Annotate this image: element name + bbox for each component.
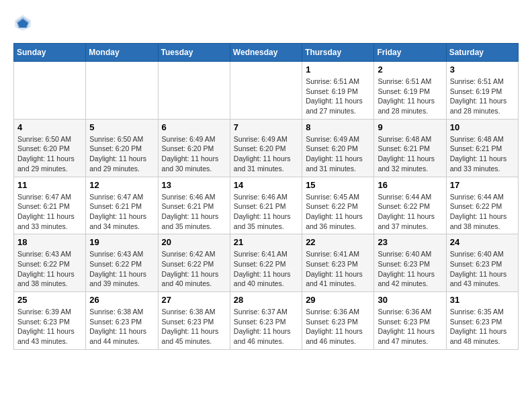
- logo-icon: [13, 13, 32, 32]
- day-info: Sunrise: 6:46 AM Sunset: 6:21 PM Dayligh…: [162, 192, 226, 232]
- day-cell: 28Sunrise: 6:37 AM Sunset: 6:23 PM Dayli…: [230, 292, 302, 350]
- day-number: 17: [450, 180, 515, 190]
- day-cell: 6Sunrise: 6:49 AM Sunset: 6:20 PM Daylig…: [158, 119, 230, 177]
- day-info: Sunrise: 6:48 AM Sunset: 6:21 PM Dayligh…: [450, 134, 515, 174]
- day-cell: [14, 62, 86, 120]
- day-cell: 10Sunrise: 6:48 AM Sunset: 6:21 PM Dayli…: [446, 119, 518, 177]
- day-info: Sunrise: 6:35 AM Sunset: 6:23 PM Dayligh…: [450, 307, 515, 347]
- week-row-5: 25Sunrise: 6:39 AM Sunset: 6:23 PM Dayli…: [14, 292, 519, 350]
- day-info: Sunrise: 6:41 AM Sunset: 6:23 PM Dayligh…: [306, 249, 370, 289]
- day-cell: 22Sunrise: 6:41 AM Sunset: 6:23 PM Dayli…: [302, 234, 374, 292]
- day-info: Sunrise: 6:48 AM Sunset: 6:21 PM Dayligh…: [378, 134, 442, 174]
- day-number: 3: [450, 64, 515, 75]
- day-number: 6: [162, 122, 226, 132]
- weekday-header-wednesday: Wednesday: [230, 44, 302, 62]
- weekday-header-sunday: Sunday: [14, 44, 86, 62]
- day-number: 21: [234, 237, 298, 247]
- day-cell: 21Sunrise: 6:41 AM Sunset: 6:22 PM Dayli…: [230, 234, 302, 292]
- day-info: Sunrise: 6:39 AM Sunset: 6:23 PM Dayligh…: [17, 307, 82, 347]
- day-number: 2: [378, 64, 442, 75]
- logo: [13, 13, 35, 32]
- day-number: 11: [17, 180, 82, 190]
- day-info: Sunrise: 6:51 AM Sunset: 6:19 PM Dayligh…: [450, 77, 515, 116]
- page-header: [13, 13, 519, 32]
- day-cell: 24Sunrise: 6:40 AM Sunset: 6:23 PM Dayli…: [446, 234, 518, 292]
- day-info: Sunrise: 6:51 AM Sunset: 6:19 PM Dayligh…: [306, 77, 370, 116]
- day-cell: 17Sunrise: 6:44 AM Sunset: 6:22 PM Dayli…: [446, 177, 518, 234]
- day-number: 23: [378, 237, 442, 247]
- day-number: 12: [89, 180, 154, 190]
- day-info: Sunrise: 6:44 AM Sunset: 6:22 PM Dayligh…: [450, 192, 515, 232]
- day-info: Sunrise: 6:37 AM Sunset: 6:23 PM Dayligh…: [234, 307, 298, 347]
- day-cell: 18Sunrise: 6:43 AM Sunset: 6:22 PM Dayli…: [14, 234, 86, 292]
- day-cell: 3Sunrise: 6:51 AM Sunset: 6:19 PM Daylig…: [446, 62, 518, 120]
- day-number: 1: [306, 64, 370, 75]
- day-number: 22: [306, 237, 370, 247]
- day-cell: 23Sunrise: 6:40 AM Sunset: 6:23 PM Dayli…: [374, 234, 446, 292]
- day-number: 16: [378, 180, 442, 190]
- day-info: Sunrise: 6:42 AM Sunset: 6:22 PM Dayligh…: [162, 249, 226, 289]
- day-cell: [86, 62, 158, 120]
- day-cell: 13Sunrise: 6:46 AM Sunset: 6:21 PM Dayli…: [158, 177, 230, 234]
- day-number: 24: [450, 237, 515, 247]
- day-number: 26: [89, 295, 154, 305]
- day-cell: 31Sunrise: 6:35 AM Sunset: 6:23 PM Dayli…: [446, 292, 518, 350]
- day-info: Sunrise: 6:41 AM Sunset: 6:22 PM Dayligh…: [234, 249, 298, 289]
- weekday-header-row: SundayMondayTuesdayWednesdayThursdayFrid…: [14, 44, 519, 62]
- weekday-header-thursday: Thursday: [302, 44, 374, 62]
- day-number: 31: [450, 295, 515, 305]
- day-cell: 20Sunrise: 6:42 AM Sunset: 6:22 PM Dayli…: [158, 234, 230, 292]
- day-number: 19: [89, 237, 154, 247]
- day-cell: 27Sunrise: 6:38 AM Sunset: 6:23 PM Dayli…: [158, 292, 230, 350]
- day-cell: 14Sunrise: 6:46 AM Sunset: 6:21 PM Dayli…: [230, 177, 302, 234]
- day-cell: [158, 62, 230, 120]
- week-row-3: 11Sunrise: 6:47 AM Sunset: 6:21 PM Dayli…: [14, 177, 519, 234]
- week-row-1: 1Sunrise: 6:51 AM Sunset: 6:19 PM Daylig…: [14, 62, 519, 120]
- day-cell: [230, 62, 302, 120]
- day-number: 29: [306, 295, 370, 305]
- day-number: 25: [17, 295, 82, 305]
- day-number: 28: [234, 295, 298, 305]
- day-cell: 9Sunrise: 6:48 AM Sunset: 6:21 PM Daylig…: [374, 119, 446, 177]
- day-cell: 30Sunrise: 6:36 AM Sunset: 6:23 PM Dayli…: [374, 292, 446, 350]
- day-info: Sunrise: 6:36 AM Sunset: 6:23 PM Dayligh…: [306, 307, 370, 347]
- day-info: Sunrise: 6:38 AM Sunset: 6:23 PM Dayligh…: [89, 307, 154, 347]
- day-cell: 8Sunrise: 6:49 AM Sunset: 6:20 PM Daylig…: [302, 119, 374, 177]
- day-number: 9: [378, 122, 442, 132]
- day-cell: 25Sunrise: 6:39 AM Sunset: 6:23 PM Dayli…: [14, 292, 86, 350]
- day-number: 7: [234, 122, 298, 132]
- week-row-4: 18Sunrise: 6:43 AM Sunset: 6:22 PM Dayli…: [14, 234, 519, 292]
- weekday-header-monday: Monday: [86, 44, 158, 62]
- day-number: 10: [450, 122, 515, 132]
- day-info: Sunrise: 6:49 AM Sunset: 6:20 PM Dayligh…: [306, 134, 370, 174]
- day-cell: 4Sunrise: 6:50 AM Sunset: 6:20 PM Daylig…: [14, 119, 86, 177]
- day-info: Sunrise: 6:50 AM Sunset: 6:20 PM Dayligh…: [89, 134, 154, 174]
- day-cell: 11Sunrise: 6:47 AM Sunset: 6:21 PM Dayli…: [14, 177, 86, 234]
- day-info: Sunrise: 6:49 AM Sunset: 6:20 PM Dayligh…: [234, 134, 298, 174]
- week-row-2: 4Sunrise: 6:50 AM Sunset: 6:20 PM Daylig…: [14, 119, 519, 177]
- weekday-header-tuesday: Tuesday: [158, 44, 230, 62]
- day-cell: 12Sunrise: 6:47 AM Sunset: 6:21 PM Dayli…: [86, 177, 158, 234]
- day-info: Sunrise: 6:45 AM Sunset: 6:22 PM Dayligh…: [306, 192, 370, 232]
- day-info: Sunrise: 6:44 AM Sunset: 6:22 PM Dayligh…: [378, 192, 442, 232]
- day-cell: 2Sunrise: 6:51 AM Sunset: 6:19 PM Daylig…: [374, 62, 446, 120]
- calendar: SundayMondayTuesdayWednesdayThursdayFrid…: [13, 43, 519, 350]
- day-info: Sunrise: 6:36 AM Sunset: 6:23 PM Dayligh…: [378, 307, 442, 347]
- day-info: Sunrise: 6:50 AM Sunset: 6:20 PM Dayligh…: [17, 134, 82, 174]
- day-cell: 19Sunrise: 6:43 AM Sunset: 6:22 PM Dayli…: [86, 234, 158, 292]
- day-number: 13: [162, 180, 226, 190]
- day-number: 8: [306, 122, 370, 132]
- day-cell: 16Sunrise: 6:44 AM Sunset: 6:22 PM Dayli…: [374, 177, 446, 234]
- day-info: Sunrise: 6:47 AM Sunset: 6:21 PM Dayligh…: [17, 192, 82, 232]
- day-cell: 15Sunrise: 6:45 AM Sunset: 6:22 PM Dayli…: [302, 177, 374, 234]
- day-number: 14: [234, 180, 298, 190]
- day-number: 15: [306, 180, 370, 190]
- day-number: 18: [17, 237, 82, 247]
- day-info: Sunrise: 6:51 AM Sunset: 6:19 PM Dayligh…: [378, 77, 442, 116]
- day-info: Sunrise: 6:49 AM Sunset: 6:20 PM Dayligh…: [162, 134, 226, 174]
- day-cell: 26Sunrise: 6:38 AM Sunset: 6:23 PM Dayli…: [86, 292, 158, 350]
- day-info: Sunrise: 6:40 AM Sunset: 6:23 PM Dayligh…: [378, 249, 442, 289]
- day-number: 20: [162, 237, 226, 247]
- day-info: Sunrise: 6:43 AM Sunset: 6:22 PM Dayligh…: [89, 249, 154, 289]
- day-info: Sunrise: 6:43 AM Sunset: 6:22 PM Dayligh…: [17, 249, 82, 289]
